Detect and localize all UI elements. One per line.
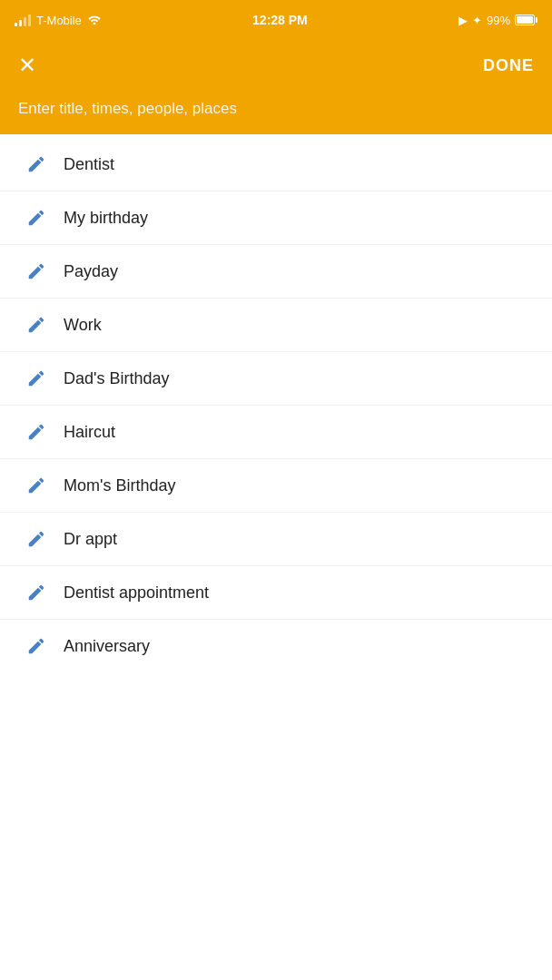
list-item[interactable]: Haircut — [0, 406, 552, 459]
done-button[interactable]: DONE — [483, 56, 534, 75]
pencil-icon — [18, 261, 54, 281]
list-item[interactable]: Anniversary — [0, 620, 552, 672]
status-left: T-Mobile — [15, 14, 102, 27]
item-label: Dr appt — [64, 530, 117, 549]
time-label: 12:28 PM — [252, 13, 308, 27]
pencil-icon — [18, 208, 54, 228]
pencil-icon — [18, 368, 54, 388]
item-label: Payday — [64, 262, 118, 281]
item-label: Anniversary — [64, 637, 150, 656]
pencil-icon — [18, 422, 54, 442]
carrier-label: T-Mobile — [36, 14, 82, 27]
pencil-icon — [18, 529, 54, 549]
close-button[interactable]: ✕ — [18, 54, 36, 76]
toolbar: ✕ DONE — [0, 40, 552, 91]
list-item[interactable]: Payday — [0, 245, 552, 299]
pencil-icon — [18, 154, 54, 174]
signal-icon — [15, 14, 31, 26]
item-label: Dentist — [64, 155, 114, 174]
item-label: Dad's Birthday — [64, 369, 170, 388]
pencil-icon — [18, 636, 54, 656]
location-icon: ▶ — [458, 14, 468, 27]
bluetooth-icon: ✦ — [472, 14, 482, 27]
search-placeholder: Enter title, times, people, places — [18, 100, 237, 117]
pencil-icon — [18, 475, 54, 495]
list-item[interactable]: My birthday — [0, 191, 552, 245]
status-bar: T-Mobile 12:28 PM ▶ ✦ 99% — [0, 0, 552, 40]
item-label: Mom's Birthday — [64, 476, 175, 495]
list-item[interactable]: Mom's Birthday — [0, 459, 552, 513]
item-label: Haircut — [64, 423, 115, 442]
battery-percent: 99% — [487, 14, 510, 27]
list-item[interactable]: Dr appt — [0, 513, 552, 566]
wifi-icon — [87, 14, 102, 27]
list-item[interactable]: Work — [0, 299, 552, 352]
list-item[interactable]: Dentist — [0, 138, 552, 191]
pencil-icon — [18, 315, 54, 335]
suggestions-list: Dentist My birthday Payday Work Dad's Bi… — [0, 134, 552, 672]
list-item[interactable]: Dentist appointment — [0, 566, 552, 620]
item-label: My birthday — [64, 209, 148, 228]
battery-icon — [515, 15, 537, 25]
item-label: Work — [64, 316, 102, 335]
search-bar[interactable]: Enter title, times, people, places — [0, 91, 552, 134]
list-item[interactable]: Dad's Birthday — [0, 352, 552, 406]
pencil-icon — [18, 583, 54, 603]
item-label: Dentist appointment — [64, 583, 209, 603]
status-right: ▶ ✦ 99% — [458, 14, 537, 27]
